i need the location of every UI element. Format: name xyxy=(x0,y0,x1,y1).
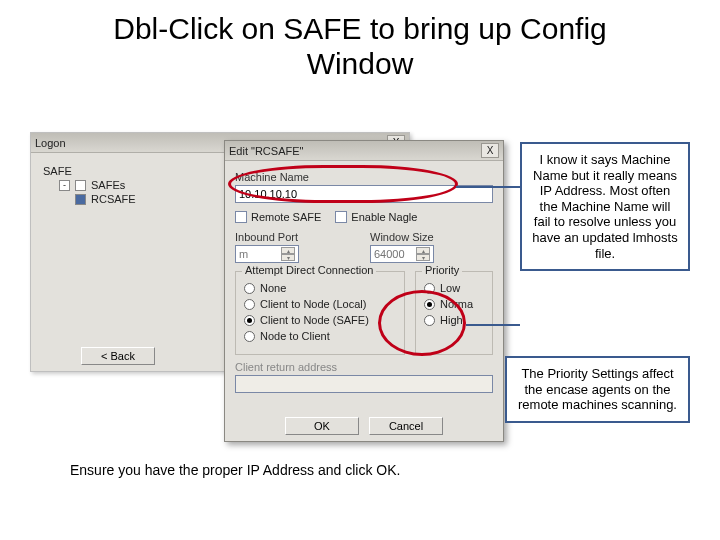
edit-title: Edit "RCSAFE" xyxy=(229,145,481,157)
tree-label: SAFEs xyxy=(91,179,125,191)
screenshot-canvas: Logon X SAFE - SAFEs RCSAFE < Back Edit … xyxy=(0,110,720,540)
radio-icon xyxy=(244,331,255,342)
radio-label: Client to Node (SAFE) xyxy=(260,314,369,326)
radio-label: Low xyxy=(440,282,460,294)
callout-machine-name: I know it says Machine Name but it reall… xyxy=(520,142,690,271)
tree-checkbox[interactable] xyxy=(75,194,86,205)
tree-checkbox[interactable] xyxy=(75,180,86,191)
input-value: 64000 xyxy=(374,248,405,260)
enable-nagle-checkbox[interactable]: Enable Nagle xyxy=(335,211,417,223)
spinner-icon[interactable]: ▴▾ xyxy=(416,247,430,261)
slide-title: Dbl-Click on SAFE to bring up Config Win… xyxy=(0,0,720,81)
connector-line xyxy=(456,186,520,188)
client-return-input[interactable] xyxy=(235,375,493,393)
radio-icon xyxy=(424,283,435,294)
client-return-label: Client return address xyxy=(235,361,493,373)
cancel-button[interactable]: Cancel xyxy=(369,417,443,435)
radio-label: None xyxy=(260,282,286,294)
checkbox-icon xyxy=(335,211,347,223)
ok-button[interactable]: OK xyxy=(285,417,359,435)
radio-icon xyxy=(244,299,255,310)
callout-priority: The Priority Settings affect the encase … xyxy=(505,356,690,423)
radio-label: Client to Node (Local) xyxy=(260,298,366,310)
tree-collapse-icon[interactable]: - xyxy=(59,180,70,191)
input-value: m xyxy=(239,248,248,260)
attempt-option[interactable]: Node to Client xyxy=(244,330,396,342)
attempt-option[interactable]: None xyxy=(244,282,396,294)
spinner-icon[interactable]: ▴▾ xyxy=(281,247,295,261)
window-size-label: Window Size xyxy=(370,231,493,243)
remote-safe-checkbox[interactable]: Remote SAFE xyxy=(235,211,321,223)
bottom-caption: Ensure you have the proper IP Address an… xyxy=(70,462,400,478)
group-legend: Attempt Direct Connection xyxy=(242,264,376,276)
edit-titlebar: Edit "RCSAFE" X xyxy=(225,141,503,161)
window-size-input[interactable]: 64000 ▴▾ xyxy=(370,245,434,263)
checkbox-label: Enable Nagle xyxy=(351,211,417,223)
group-legend: Priority xyxy=(422,264,462,276)
checkbox-label: Remote SAFE xyxy=(251,211,321,223)
radio-label: Norma xyxy=(440,298,473,310)
attempt-option[interactable]: Client to Node (SAFE) xyxy=(244,314,396,326)
priority-option[interactable]: Norma xyxy=(424,298,484,310)
attempt-connection-group: Attempt Direct Connection NoneClient to … xyxy=(235,271,405,355)
machine-name-label: Machine Name xyxy=(235,171,493,183)
priority-option[interactable]: Low xyxy=(424,282,484,294)
inbound-port-input[interactable]: m ▴▾ xyxy=(235,245,299,263)
checkbox-icon xyxy=(235,211,247,223)
radio-label: High xyxy=(440,314,463,326)
attempt-option[interactable]: Client to Node (Local) xyxy=(244,298,396,310)
priority-group: Priority LowNormaHigh xyxy=(415,271,493,355)
close-icon[interactable]: X xyxy=(481,143,499,158)
radio-icon xyxy=(244,283,255,294)
radio-icon xyxy=(244,315,255,326)
connector-line xyxy=(466,324,520,326)
radio-icon xyxy=(424,299,435,310)
radio-icon xyxy=(424,315,435,326)
inbound-port-label: Inbound Port xyxy=(235,231,358,243)
back-button[interactable]: < Back xyxy=(81,347,155,365)
tree-label: SAFE xyxy=(43,165,72,177)
machine-name-input[interactable] xyxy=(235,185,493,203)
tree-label: RCSAFE xyxy=(91,193,136,205)
radio-label: Node to Client xyxy=(260,330,330,342)
